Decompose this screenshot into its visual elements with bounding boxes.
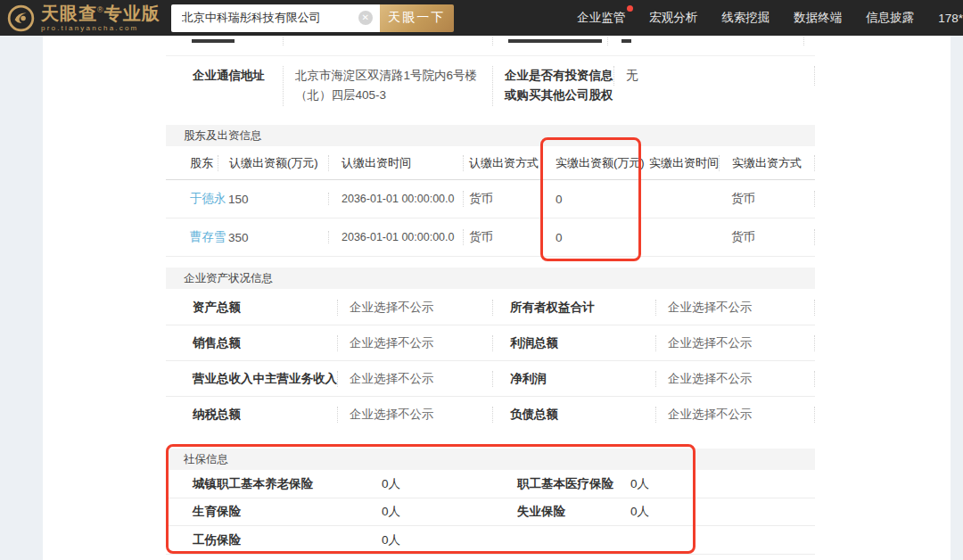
field-value: 0人: [382, 504, 517, 520]
subscribed-method: 货币: [463, 191, 545, 207]
section-header-social-insurance: 社保信息: [166, 449, 815, 470]
field-label: 利润总额: [492, 335, 655, 351]
nav-item-disclosure[interactable]: 信息披露: [866, 10, 914, 26]
top-header: 天眼查®专业版 pro.tianyancha.com ✕ 天眼一下 企业监管 宏…: [0, 0, 963, 36]
social-insurance-row: 生育保险 0人 失业保险 0人: [166, 498, 815, 526]
field-label: 资产总额: [166, 300, 337, 316]
field-label: 销售总额: [166, 335, 337, 351]
field-label: 城镇职工基本养老保险: [166, 476, 382, 492]
nav-item-account[interactable]: 178*: [938, 12, 963, 25]
logo-text: 天眼查®专业版 pro.tianyancha.com: [41, 4, 160, 32]
eye-logo-icon: [7, 4, 35, 32]
subscribed-amount: 350: [218, 231, 328, 244]
column-header: 实缴出资时间: [642, 155, 719, 171]
field-label: 企业是否有投资信息或购买其他公司股权: [492, 66, 613, 106]
header-nav: 企业监管 宏观分析 线索挖掘 数据终端 信息披露 178*: [577, 0, 963, 36]
clear-search-icon[interactable]: ✕: [358, 11, 373, 25]
field-value: 北京市海淀区双清路1号院内6号楼（北）四层405-3: [283, 66, 492, 106]
field-label: 净利润: [492, 371, 655, 387]
field-value: 企业选择不公示: [655, 335, 815, 351]
clipped-text-fragment: [621, 39, 631, 43]
field-value: 企业选择不公示: [337, 407, 492, 423]
field-value: 无: [613, 66, 815, 86]
field-value: 0人: [630, 504, 815, 520]
search-box: ✕: [171, 4, 380, 32]
asset-row: 销售总额 企业选择不公示 利润总额 企业选择不公示: [166, 325, 815, 361]
paid-method: 货币: [719, 191, 815, 207]
nav-item-regulation[interactable]: 企业监管: [577, 10, 625, 26]
field-value: 0人: [382, 532, 517, 548]
asset-row: 资产总额 企业选择不公示 所有者权益合计 企业选择不公示: [166, 290, 815, 325]
field-value: 企业选择不公示: [337, 335, 492, 351]
paid-method: 货币: [719, 229, 815, 245]
registered-mark: ®: [97, 5, 104, 14]
column-header: 认缴出资时间: [328, 155, 463, 171]
nav-item-lead-mining[interactable]: 线索挖掘: [721, 10, 770, 26]
field-label: 营业总收入中主营业务收入: [166, 371, 337, 387]
column-header: 实缴出资方式: [719, 155, 815, 171]
shareholder-row: 曹存雪 350 2036-01-01 00:00:00.0 货币 0 货币: [166, 218, 815, 257]
search-bar: ✕ 天眼一下: [171, 4, 454, 32]
field-label: 失业保险: [517, 504, 630, 520]
clipped-text-fragment: [192, 39, 235, 43]
field-label: 生育保险: [166, 504, 382, 520]
logo-title: 天眼查®专业版: [41, 4, 160, 22]
clipped-text-fragment: [508, 39, 602, 43]
page: 天眼查®专业版 pro.tianyancha.com ✕ 天眼一下 企业监管 宏…: [0, 0, 963, 560]
field-value: 企业选择不公示: [337, 300, 492, 316]
tianyancha-logo[interactable]: 天眼查®专业版 pro.tianyancha.com: [7, 4, 160, 32]
paid-amount: 0: [545, 231, 642, 244]
field-value: 企业选择不公示: [655, 407, 815, 423]
notification-dot: [627, 5, 633, 12]
company-info-row: 企业通信地址 北京市海淀区双清路1号院内6号楼（北）四层405-3 企业是否有投…: [166, 66, 815, 106]
logo-domain: pro.tianyancha.com: [41, 25, 160, 32]
scrollbar-track[interactable]: [951, 36, 963, 560]
field-value: 企业选择不公示: [655, 371, 815, 387]
search-button[interactable]: 天眼一下: [380, 4, 454, 32]
field-label: 所有者权益合计: [492, 300, 655, 316]
nav-item-data-terminal[interactable]: 数据终端: [794, 10, 842, 26]
subscribed-amount: 150: [218, 193, 328, 206]
field-label: 职工基本医疗保险: [517, 476, 630, 492]
shareholder-row: 于德永 150 2036-01-01 00:00:00.0 货币 0 货币: [166, 180, 815, 218]
field-value: 企业选择不公示: [655, 300, 815, 316]
field-label: 企业通信地址: [166, 66, 283, 86]
section-header-assets: 企业资产状况信息: [166, 268, 815, 289]
subscribed-time: 2036-01-01 00:00:00.0: [328, 193, 463, 205]
column-header: 实缴出资额(万元): [545, 155, 642, 171]
social-insurance-row: 工伤保险 0人: [166, 526, 815, 555]
column-header: 认缴出资方式: [463, 155, 545, 171]
nav-item-macro-analysis[interactable]: 宏观分析: [649, 10, 697, 26]
section-header-shareholders: 股东及出资信息: [166, 125, 815, 146]
company-detail-content: 企业通信地址 北京市海淀区双清路1号院内6号楼（北）四层405-3 企业是否有投…: [166, 36, 815, 560]
subscribed-time: 2036-01-01 00:00:00.0: [328, 231, 463, 243]
search-input[interactable]: [171, 4, 380, 32]
field-value: 企业选择不公示: [337, 371, 492, 387]
paid-amount: 0: [545, 193, 642, 206]
shareholder-name-link[interactable]: 曹存雪: [166, 229, 218, 245]
asset-row: 营业总收入中主营业务收入 企业选择不公示 净利润 企业选择不公示: [166, 361, 815, 397]
divider: [166, 55, 815, 56]
field-label: 负债总额: [492, 407, 655, 423]
shareholder-name-link[interactable]: 于德永: [166, 191, 218, 207]
field-value: 0人: [630, 476, 815, 492]
clipped-row: [166, 36, 815, 48]
column-header: 认缴出资额(万元): [218, 155, 328, 171]
subscribed-method: 货币: [463, 229, 545, 245]
column-header: 股东: [166, 155, 218, 171]
social-insurance-row: 城镇职工基本养老保险 0人 职工基本医疗保险 0人: [166, 470, 815, 498]
field-label: 纳税总额: [166, 407, 337, 423]
shareholder-table-header: 股东 认缴出资额(万元) 认缴出资时间 认缴出资方式 实缴出资额(万元) 实缴出…: [166, 146, 815, 180]
asset-row: 纳税总额 企业选择不公示 负债总额 企业选择不公示: [166, 397, 815, 432]
left-gutter: [0, 36, 43, 560]
field-label: 工伤保险: [166, 532, 382, 548]
field-value: 0人: [382, 476, 517, 492]
